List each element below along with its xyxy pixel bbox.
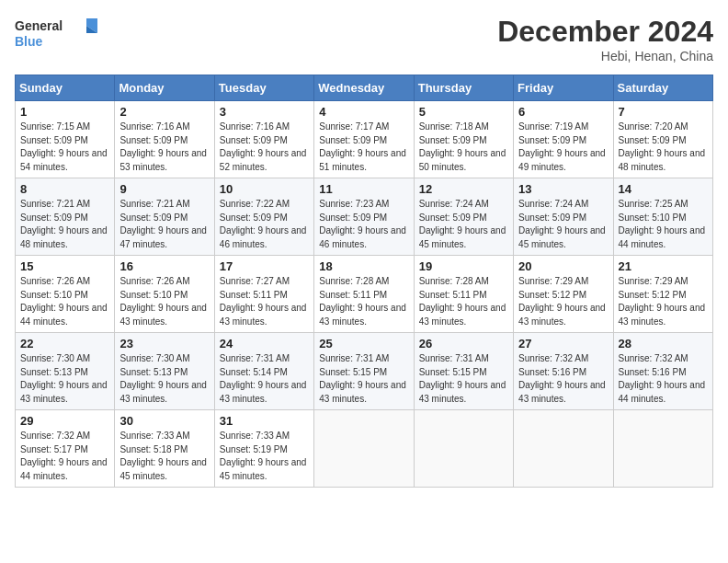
day-info: Sunrise: 7:32 AMSunset: 5:17 PMDaylight:… [20,430,109,483]
day-number: 8 [20,182,109,196]
day-info: Sunrise: 7:29 AMSunset: 5:12 PMDaylight:… [619,275,708,328]
day-number: 29 [20,414,109,428]
day-number: 12 [419,182,508,196]
day-info: Sunrise: 7:25 AMSunset: 5:10 PMDaylight:… [619,198,708,251]
day-info: Sunrise: 7:21 AMSunset: 5:09 PMDaylight:… [119,198,209,251]
day-info: Sunrise: 7:32 AMSunset: 5:16 PMDaylight:… [619,352,708,406]
day-number: 23 [119,337,209,350]
day-number: 17 [220,259,309,273]
calendar-day-cell: 7Sunrise: 7:20 AMSunset: 5:09 PMDaylight… [613,101,712,178]
calendar-day-cell [613,410,712,488]
day-number: 3 [220,105,309,119]
day-number: 6 [518,105,608,119]
day-info: Sunrise: 7:27 AMSunset: 5:11 PMDaylight:… [220,275,309,328]
svg-text:Blue: Blue [15,34,43,49]
day-number: 2 [119,105,209,119]
calendar-day-cell: 29Sunrise: 7:32 AMSunset: 5:17 PMDayligh… [16,410,115,488]
day-info: Sunrise: 7:21 AMSunset: 5:09 PMDaylight:… [20,198,109,251]
calendar-day-cell: 14Sunrise: 7:25 AMSunset: 5:10 PMDayligh… [613,178,712,256]
calendar-day-cell: 12Sunrise: 7:24 AMSunset: 5:09 PMDayligh… [414,178,513,256]
day-info: Sunrise: 7:30 AMSunset: 5:13 PMDaylight:… [20,352,109,406]
logo: General Blue [15,15,97,52]
day-info: Sunrise: 7:22 AMSunset: 5:09 PMDaylight:… [220,198,309,251]
calendar-day-cell: 21Sunrise: 7:29 AMSunset: 5:12 PMDayligh… [613,256,712,333]
day-number: 26 [419,337,508,350]
day-number: 30 [119,414,209,428]
weekday-header: Wednesday [314,75,414,101]
calendar-day-cell: 1Sunrise: 7:15 AMSunset: 5:09 PMDaylight… [16,101,115,178]
page-header: General Blue December 2024 Hebi, Henan, … [15,15,713,63]
day-number: 20 [518,259,608,273]
day-number: 11 [319,182,408,196]
calendar-day-cell: 27Sunrise: 7:32 AMSunset: 5:16 PMDayligh… [514,333,613,410]
calendar-day-cell: 30Sunrise: 7:33 AMSunset: 5:18 PMDayligh… [115,410,214,488]
day-number: 22 [20,337,109,350]
day-info: Sunrise: 7:29 AMSunset: 5:12 PMDaylight:… [518,275,608,328]
day-info: Sunrise: 7:26 AMSunset: 5:10 PMDaylight:… [119,275,209,328]
calendar-day-cell: 15Sunrise: 7:26 AMSunset: 5:10 PMDayligh… [16,256,115,333]
weekday-header: Tuesday [214,75,313,101]
calendar-day-cell: 5Sunrise: 7:18 AMSunset: 5:09 PMDaylight… [414,101,513,178]
day-number: 15 [20,259,109,273]
day-info: Sunrise: 7:26 AMSunset: 5:10 PMDaylight:… [20,275,109,328]
calendar-day-cell: 4Sunrise: 7:17 AMSunset: 5:09 PMDaylight… [314,101,414,178]
day-info: Sunrise: 7:18 AMSunset: 5:09 PMDaylight:… [419,121,508,174]
day-info: Sunrise: 7:16 AMSunset: 5:09 PMDaylight:… [220,121,309,174]
day-number: 5 [419,105,508,119]
calendar-day-cell: 26Sunrise: 7:31 AMSunset: 5:15 PMDayligh… [414,333,513,410]
calendar-day-cell: 19Sunrise: 7:28 AMSunset: 5:11 PMDayligh… [414,256,513,333]
day-info: Sunrise: 7:23 AMSunset: 5:09 PMDaylight:… [319,198,408,251]
calendar-day-cell: 10Sunrise: 7:22 AMSunset: 5:09 PMDayligh… [214,178,313,256]
day-number: 7 [619,105,708,119]
calendar-day-cell: 9Sunrise: 7:21 AMSunset: 5:09 PMDaylight… [115,178,214,256]
calendar-day-cell: 16Sunrise: 7:26 AMSunset: 5:10 PMDayligh… [115,256,214,333]
logo-icon: General Blue [15,15,97,52]
day-info: Sunrise: 7:30 AMSunset: 5:13 PMDaylight:… [119,352,209,406]
calendar-day-cell: 28Sunrise: 7:32 AMSunset: 5:16 PMDayligh… [613,333,712,410]
day-number: 14 [619,182,708,196]
calendar-day-cell: 8Sunrise: 7:21 AMSunset: 5:09 PMDaylight… [16,178,115,256]
calendar-week-row: 1Sunrise: 7:15 AMSunset: 5:09 PMDaylight… [16,101,713,178]
day-number: 21 [619,259,708,273]
calendar-day-cell [514,410,613,488]
calendar-table: SundayMondayTuesdayWednesdayThursdayFrid… [15,75,713,488]
calendar-day-cell: 17Sunrise: 7:27 AMSunset: 5:11 PMDayligh… [214,256,313,333]
day-info: Sunrise: 7:31 AMSunset: 5:14 PMDaylight:… [220,352,309,406]
calendar-day-cell [314,410,414,488]
calendar-day-cell: 23Sunrise: 7:30 AMSunset: 5:13 PMDayligh… [115,333,214,410]
calendar-day-cell: 11Sunrise: 7:23 AMSunset: 5:09 PMDayligh… [314,178,414,256]
day-number: 18 [319,259,408,273]
title-block: December 2024 Hebi, Henan, China [497,15,713,63]
day-info: Sunrise: 7:31 AMSunset: 5:15 PMDaylight:… [419,352,508,406]
calendar-day-cell: 22Sunrise: 7:30 AMSunset: 5:13 PMDayligh… [16,333,115,410]
calendar-week-row: 29Sunrise: 7:32 AMSunset: 5:17 PMDayligh… [16,410,713,488]
day-number: 9 [119,182,209,196]
calendar-day-cell: 24Sunrise: 7:31 AMSunset: 5:14 PMDayligh… [214,333,313,410]
day-number: 4 [319,105,408,119]
location-subtitle: Hebi, Henan, China [497,49,713,63]
calendar-day-cell: 13Sunrise: 7:24 AMSunset: 5:09 PMDayligh… [514,178,613,256]
weekday-header: Saturday [613,75,712,101]
day-number: 28 [619,337,708,350]
month-title: December 2024 [497,15,713,49]
calendar-day-cell: 31Sunrise: 7:33 AMSunset: 5:19 PMDayligh… [214,410,313,488]
day-info: Sunrise: 7:32 AMSunset: 5:16 PMDaylight:… [518,352,608,406]
calendar-header-row: SundayMondayTuesdayWednesdayThursdayFrid… [16,75,713,101]
day-number: 1 [20,105,109,119]
day-number: 24 [220,337,309,350]
day-number: 19 [419,259,508,273]
day-info: Sunrise: 7:19 AMSunset: 5:09 PMDaylight:… [518,121,608,174]
calendar-week-row: 8Sunrise: 7:21 AMSunset: 5:09 PMDaylight… [16,178,713,256]
day-info: Sunrise: 7:16 AMSunset: 5:09 PMDaylight:… [119,121,209,174]
weekday-header: Monday [115,75,214,101]
day-info: Sunrise: 7:33 AMSunset: 5:19 PMDaylight:… [220,430,309,483]
svg-text:General: General [15,18,63,33]
day-info: Sunrise: 7:33 AMSunset: 5:18 PMDaylight:… [119,430,209,483]
calendar-week-row: 15Sunrise: 7:26 AMSunset: 5:10 PMDayligh… [16,256,713,333]
day-number: 13 [518,182,608,196]
calendar-day-cell [414,410,513,488]
calendar-day-cell: 2Sunrise: 7:16 AMSunset: 5:09 PMDaylight… [115,101,214,178]
day-number: 31 [220,414,309,428]
day-info: Sunrise: 7:17 AMSunset: 5:09 PMDaylight:… [319,121,408,174]
day-info: Sunrise: 7:28 AMSunset: 5:11 PMDaylight:… [319,275,408,328]
